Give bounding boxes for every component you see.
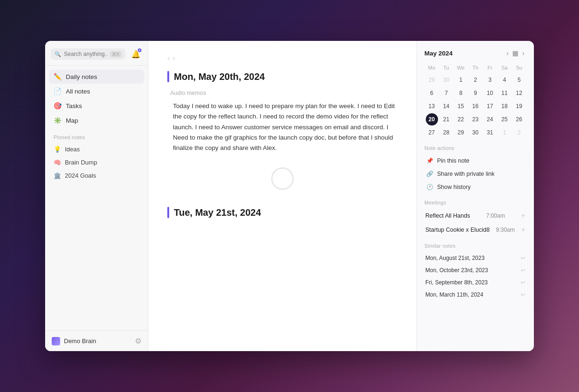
cal-cell-29prev[interactable]: 29: [426, 74, 438, 86]
cal-cell-17[interactable]: 17: [484, 100, 496, 112]
cal-cell-27[interactable]: 27: [426, 126, 438, 139]
history-label: Show history: [437, 184, 471, 190]
cal-dh-tu: Tu: [439, 63, 454, 72]
cal-cell-12[interactable]: 12: [513, 87, 525, 99]
cal-cell-2next[interactable]: 2: [513, 126, 525, 139]
cal-cell-9[interactable]: 9: [469, 87, 482, 99]
tasks-icon: 🎯: [54, 102, 62, 110]
cal-cell-18[interactable]: 18: [499, 100, 511, 112]
note-text-0[interactable]: Today I need to wake up. I need to prepa…: [173, 101, 398, 153]
sidebar-item-tasks[interactable]: 🎯 Tasks: [49, 99, 144, 113]
cal-grid-icon[interactable]: ▦: [512, 49, 518, 57]
pin-icon: 📌: [426, 157, 433, 164]
heading-bar-2: [167, 207, 169, 218]
meeting-add-0[interactable]: +: [521, 212, 525, 220]
cal-cell-14[interactable]: 14: [440, 100, 453, 112]
similar-name-1: Mon, October 23rd, 2023: [425, 267, 488, 274]
cal-dh-th: Th: [468, 63, 483, 72]
loading-spinner: [271, 167, 294, 190]
cal-cell-29[interactable]: 29: [455, 126, 467, 139]
cal-cell-30[interactable]: 30: [469, 126, 482, 139]
cal-cell-28[interactable]: 28: [440, 126, 453, 139]
cal-cell-30prev[interactable]: 30: [440, 74, 453, 86]
similar-arrow-3: ↩: [521, 291, 525, 298]
cal-cell-1next[interactable]: 1: [499, 126, 511, 139]
bullet-dot: ·: [167, 102, 169, 110]
cal-cell-11[interactable]: 11: [499, 87, 511, 99]
cal-cell-1[interactable]: 1: [455, 74, 467, 86]
forward-arrow[interactable]: ›: [172, 54, 175, 63]
note-actions-section-label: Note actions: [424, 145, 526, 151]
settings-icon[interactable]: ⚙: [135, 337, 141, 345]
cal-cell-25[interactable]: 25: [499, 113, 511, 125]
cal-dh-fr: Fr: [483, 63, 497, 72]
nav-items: ✏️ Daily notes 📄 All notes 🎯 Tasks ✳️ Ma…: [45, 66, 148, 128]
similar-row-3[interactable]: Mon, March 11th, 2024 ↩: [424, 289, 526, 300]
right-panel: May 2024 ‹ ▦ › Mo Tu We Th Fr Sa Su 29 3…: [416, 41, 534, 351]
notification-button[interactable]: 🔔 2: [129, 47, 142, 61]
cal-nav: ‹ ▦ ›: [505, 48, 526, 58]
meeting-row-0[interactable]: Reflect All Hands 7:00am +: [424, 209, 526, 222]
brain-dot-icon: [52, 337, 60, 345]
cal-next-btn[interactable]: ›: [520, 48, 526, 58]
day-heading-may20: Mon, May 20th, 2024: [167, 71, 398, 82]
meeting-add-1[interactable]: +: [521, 226, 525, 234]
cal-prev-btn[interactable]: ‹: [505, 48, 511, 58]
similar-notes-section-label: Similar notes: [424, 243, 526, 249]
brain-label[interactable]: Demo Brain: [52, 337, 96, 345]
cal-cell-20-today[interactable]: 20: [426, 113, 438, 125]
cal-cell-31[interactable]: 31: [484, 126, 496, 139]
sidebar-item-all-notes[interactable]: 📄 All notes: [49, 84, 144, 98]
pinned-item-ideas[interactable]: 💡 Ideas: [49, 143, 144, 156]
cal-cell-21[interactable]: 21: [440, 113, 453, 125]
search-bar[interactable]: 🔍 ⌘K: [51, 48, 125, 60]
cal-cell-6[interactable]: 6: [426, 87, 438, 99]
pinned-items: 💡 Ideas 🧠 Brain Dump 🏛️ 2024 Goals: [45, 143, 148, 182]
day-heading-may21: Tue, May 21st, 2024: [167, 207, 398, 218]
cal-cell-8[interactable]: 8: [455, 87, 467, 99]
action-history[interactable]: 🕐 Show history: [424, 181, 526, 193]
cal-cell-24[interactable]: 24: [484, 113, 496, 125]
cal-cell-22[interactable]: 22: [455, 113, 467, 125]
cal-week-3: 13 14 15 16 17 18 19: [424, 100, 526, 112]
cal-cell-19[interactable]: 19: [513, 100, 525, 112]
cal-cell-4[interactable]: 4: [499, 74, 511, 86]
ideas-label: Ideas: [65, 146, 80, 153]
pinned-item-brain-dump[interactable]: 🧠 Brain Dump: [49, 156, 144, 169]
sidebar-item-daily-notes[interactable]: ✏️ Daily notes: [49, 70, 144, 84]
cal-cell-10[interactable]: 10: [484, 87, 496, 99]
sidebar-bottom: Demo Brain ⚙: [45, 330, 148, 351]
cal-cell-13[interactable]: 13: [426, 100, 438, 112]
meetings-section-label: Meetings: [424, 200, 526, 205]
main-content: ‹ › Mon, May 20th, 2024 Audio memos · To…: [149, 41, 416, 351]
cal-dh-we: We: [454, 63, 468, 72]
cal-dh-mo: Mo: [424, 63, 439, 72]
meeting-row-1[interactable]: Startup Cookie x Elucid8 9:30am +: [424, 223, 526, 236]
cal-cell-26[interactable]: 26: [513, 113, 525, 125]
back-arrow[interactable]: ‹: [167, 54, 170, 63]
nav-arrows: ‹ ›: [167, 54, 398, 63]
cal-cell-16[interactable]: 16: [469, 100, 482, 112]
action-share[interactable]: 🔗 Share with private link: [424, 168, 526, 180]
similar-row-2[interactable]: Fri, September 8th, 2023 ↩: [424, 277, 526, 288]
search-input[interactable]: [64, 51, 107, 57]
search-icon: 🔍: [55, 51, 61, 57]
action-pin[interactable]: 📌 Pin this note: [424, 155, 526, 167]
sidebar-item-map[interactable]: ✳️ Map: [49, 113, 144, 127]
pinned-item-2024-goals[interactable]: 🏛️ 2024 Goals: [49, 169, 144, 182]
cal-cell-23[interactable]: 23: [469, 113, 482, 125]
cal-cell-2[interactable]: 2: [469, 74, 482, 86]
cal-cell-15[interactable]: 15: [455, 100, 467, 112]
cal-dh-su: Su: [512, 63, 526, 72]
cal-week-2: 6 7 8 9 10 11 12: [424, 87, 526, 99]
similar-row-0[interactable]: Mon, August 21st, 2023 ↩: [424, 252, 526, 264]
similar-row-1[interactable]: Mon, October 23rd, 2023 ↩: [424, 265, 526, 276]
goals-icon: 🏛️: [54, 172, 61, 179]
cal-cell-7[interactable]: 7: [440, 87, 453, 99]
cal-cell-3[interactable]: 3: [484, 74, 496, 86]
day-heading-text-may21: Tue, May 21st, 2024: [174, 207, 261, 218]
share-label: Share with private link: [437, 171, 494, 177]
meeting-name-0: Reflect All Hands: [425, 212, 470, 219]
meeting-time-0: 7:00am: [486, 212, 505, 219]
cal-cell-5[interactable]: 5: [513, 74, 525, 86]
